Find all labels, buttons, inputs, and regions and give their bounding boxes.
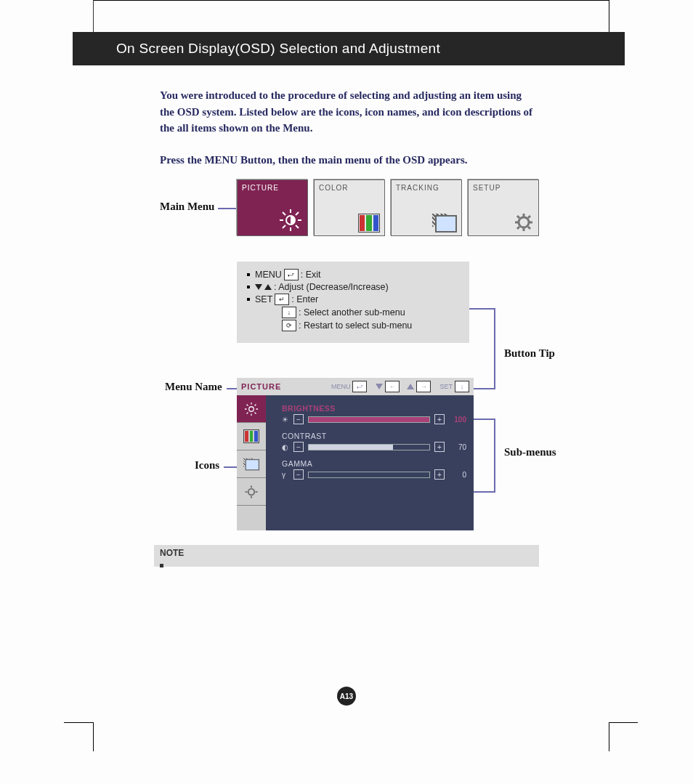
label-button-tip: Button Tip	[504, 347, 555, 360]
contrast-small-icon: ◐	[282, 443, 289, 451]
osd-header: PICTURE MENU ⮐ ← → SET ↓	[237, 378, 474, 395]
tracking-icon	[432, 214, 457, 233]
main-menu-tiles: PICTURE COLOR TRACKING SETUP	[237, 179, 539, 236]
side-icon-setup	[237, 478, 266, 506]
tip-down-desc: : Select another sub-menu	[299, 307, 405, 318]
tile-label: PICTURE	[242, 184, 279, 192]
crop-mark	[609, 722, 638, 723]
up-arrow-icon	[264, 284, 272, 290]
sub-gamma: GAMMA γ − + 0	[282, 459, 466, 480]
tip-set-label: SET	[255, 294, 272, 304]
tile-label: TRACKING	[396, 184, 439, 192]
sub-value: 70	[449, 443, 466, 451]
tile-picture: PICTURE	[237, 179, 308, 236]
tip-row-adjust: : Adjust (Decrease/Increase)	[247, 282, 461, 292]
tile-color: COLOR	[314, 179, 385, 236]
sub-value: 100	[449, 416, 466, 424]
plus-icon: +	[434, 469, 445, 480]
page-title: On Screen Display(OSD) Selection and Adj…	[116, 41, 440, 57]
tile-setup: SETUP	[468, 179, 539, 236]
down-key-icon: ↓	[455, 381, 469, 392]
note-label: NOTE	[160, 548, 184, 558]
sub-value: 0	[449, 471, 466, 479]
crop-mark	[93, 0, 94, 32]
page-number-badge: A13	[337, 687, 356, 706]
pointer-line	[227, 388, 237, 389]
pointer-line	[474, 388, 495, 389]
intro-paragraph: You were introduced to the procedure of …	[160, 87, 538, 137]
pointer-line	[224, 466, 237, 468]
osd-title: PICTURE	[241, 382, 281, 391]
osd-menu-label: MENU	[331, 383, 351, 390]
bullet-icon	[247, 273, 250, 276]
sub-name: GAMMA	[282, 459, 466, 468]
tip-cycle-desc: : Restart to select sub-menu	[299, 320, 412, 331]
sub-brightness: BRIGHTNESS ☀ − + 100	[282, 404, 466, 424]
tile-label: COLOR	[319, 184, 349, 192]
pointer-line	[474, 419, 495, 420]
side-icon-tracking	[237, 450, 266, 478]
sub-contrast: CONTRAST ◐ − + 70	[282, 432, 466, 452]
cycle-key-icon: ⟳	[282, 320, 296, 331]
tip-menu-desc: : Exit	[301, 270, 321, 280]
pointer-line	[494, 419, 495, 491]
down-arrow-icon	[255, 284, 262, 290]
tip-row-cycle: ⟳ : Restart to select sub-menu	[247, 320, 461, 331]
crop-mark	[609, 0, 609, 32]
svg-point-2	[249, 406, 254, 411]
side-icon-color	[237, 423, 266, 450]
plus-icon: +	[434, 442, 445, 452]
sub-name: CONTRAST	[282, 432, 466, 440]
crop-mark	[93, 0, 609, 1]
page-number: A13	[340, 692, 353, 700]
pointer-line	[218, 208, 237, 209]
tile-tracking: TRACKING	[391, 179, 462, 236]
page-title-bar: On Screen Display(OSD) Selection and Adj…	[73, 32, 625, 65]
side-empty	[237, 506, 266, 530]
pointer-line	[474, 491, 495, 493]
osd-toolbar: MENU ⮐ ← → SET ↓	[331, 381, 469, 392]
brightness-icon	[278, 208, 303, 233]
pointer-line	[469, 308, 495, 310]
button-tip-box: MENU ⮐ : Exit : Adjust (Decrease/Increas…	[237, 262, 469, 343]
crop-mark	[609, 722, 609, 751]
slider-track	[308, 472, 430, 478]
return-key-icon: ⮐	[284, 269, 299, 280]
label-submenus: Sub-menus	[504, 446, 556, 458]
tip-row-set: SET ↵ : Enter	[247, 294, 461, 305]
tip-adjust-desc: : Adjust (Decrease/Increase)	[274, 282, 389, 292]
label-icons: Icons	[195, 459, 219, 472]
crop-mark	[93, 722, 94, 751]
tip-row-menu: MENU ⮐ : Exit	[247, 269, 461, 280]
note-bar: NOTE	[154, 545, 539, 567]
label-main-menu: Main Menu	[160, 201, 214, 213]
gamma-small-icon: γ	[282, 471, 289, 479]
minus-icon: −	[293, 469, 304, 480]
tip-set-desc: : Enter	[291, 294, 318, 304]
sub-name: BRIGHTNESS	[282, 404, 466, 413]
minus-icon: −	[293, 442, 304, 452]
svg-point-3	[248, 488, 255, 495]
osd-sidebar	[237, 395, 266, 530]
minus-icon: −	[293, 414, 304, 424]
pointer-line	[494, 308, 495, 388]
tile-label: SETUP	[473, 184, 500, 192]
bullet-icon	[247, 286, 250, 288]
sun-small-icon: ☀	[282, 416, 289, 424]
up-arrow-icon	[407, 384, 414, 389]
tip-menu-label: MENU	[255, 270, 282, 280]
press-instruction: Press the MENU Button, then the main men…	[160, 154, 552, 166]
bullet-icon	[247, 298, 250, 301]
tip-row-down: ↓ : Select another sub-menu	[247, 307, 461, 318]
osd-set-label: SET	[439, 383, 453, 390]
plus-icon: +	[434, 414, 445, 424]
osd-panel: PICTURE MENU ⮐ ← → SET ↓	[237, 378, 474, 530]
side-icon-picture	[237, 395, 266, 423]
gear-icon	[514, 212, 534, 233]
bullet-icon	[160, 564, 163, 567]
slider-track	[308, 416, 430, 423]
osd-main: BRIGHTNESS ☀ − + 100 CONTRAST ◐ − + 70	[266, 395, 474, 530]
label-menu-name: Menu Name	[165, 381, 222, 393]
enter-key-icon: ↵	[275, 294, 289, 305]
svg-point-1	[519, 217, 529, 227]
